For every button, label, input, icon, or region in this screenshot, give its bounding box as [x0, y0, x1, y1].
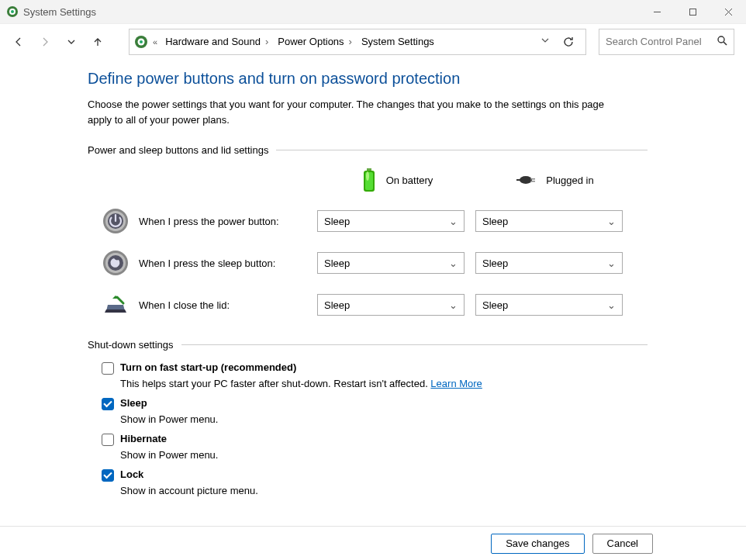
setting-label: When I press the sleep button:: [139, 258, 317, 269]
breadcrumb-power-options[interactable]: Power Options›: [275, 36, 355, 47]
select-value: Sleep: [324, 216, 350, 227]
plug-icon: [515, 173, 538, 187]
select-value: Sleep: [482, 216, 508, 227]
footer-bar: Save changes Cancel: [0, 526, 746, 560]
checkbox-description: Show in Power menu.: [120, 449, 648, 461]
page-heading: Define power buttons and turn on passwor…: [88, 70, 648, 88]
search-icon[interactable]: [717, 35, 727, 48]
setting-row-sleep-button: When I press the sleep button: Sleep⌄ Sl…: [102, 249, 648, 277]
column-on-battery: On battery: [317, 167, 475, 193]
sleep-button-icon: [102, 249, 130, 277]
chevron-down-icon: ⌄: [607, 216, 616, 227]
setting-row-power-button: When I press the power button: Sleep⌄ Sl…: [102, 207, 648, 235]
chevron-down-icon: ⌄: [607, 299, 616, 311]
svg-point-2: [11, 10, 14, 13]
chevron-down-icon: ⌄: [449, 216, 458, 227]
select-value: Sleep: [482, 299, 508, 311]
checkbox-sleep[interactable]: [102, 398, 114, 410]
section-divider: [276, 150, 648, 150]
chevron-right-icon: ›: [265, 36, 268, 47]
breadcrumb-label: Hardware and Sound: [165, 36, 261, 47]
setting-row-close-lid: When I close the lid: Sleep⌄ Sleep⌄: [102, 291, 648, 319]
select-sleep-plugged[interactable]: Sleep⌄: [475, 252, 623, 274]
checkbox-description: Show in account picture menu.: [120, 485, 648, 496]
search-input[interactable]: [606, 36, 713, 47]
laptop-lid-icon: [102, 291, 130, 319]
maximize-button[interactable]: [675, 0, 710, 23]
back-button[interactable]: [8, 31, 29, 53]
svg-rect-3: [689, 9, 696, 15]
refresh-button[interactable]: [556, 29, 581, 54]
search-box[interactable]: [599, 29, 734, 55]
section-title: Power and sleep buttons and lid settings: [88, 144, 276, 156]
learn-more-link[interactable]: Learn More: [430, 378, 482, 389]
column-label: Plugged in: [546, 175, 593, 186]
title-bar: System Settings: [0, 0, 746, 23]
checkbox-hibernate[interactable]: [102, 434, 114, 446]
address-history-button[interactable]: [541, 36, 550, 47]
select-value: Sleep: [482, 258, 508, 269]
svg-rect-8: [367, 168, 371, 171]
up-button[interactable]: [87, 31, 109, 53]
cancel-button[interactable]: Cancel: [592, 534, 653, 554]
checkbox-description: Show in Power menu.: [120, 413, 648, 425]
section-shutdown-header: Shut-down settings: [88, 339, 648, 351]
svg-point-6: [140, 40, 143, 43]
nav-toolbar: « Hardware and Sound› Power Options› Sys…: [0, 23, 746, 59]
forward-button[interactable]: [34, 31, 56, 53]
select-value: Sleep: [324, 258, 350, 269]
checkbox-label: Hibernate: [120, 433, 167, 444]
app-icon: [6, 5, 19, 18]
svg-point-12: [520, 176, 532, 184]
checkbox-row-hibernate: Hibernate: [102, 433, 648, 446]
window-title: System Settings: [23, 6, 96, 18]
column-label: On battery: [386, 175, 433, 186]
chevron-down-icon: ⌄: [607, 258, 616, 269]
chevron-down-icon: ⌄: [449, 258, 458, 269]
checkbox-description: This helps start your PC faster after sh…: [120, 378, 648, 389]
close-button[interactable]: [710, 0, 746, 23]
chevron-right-icon: ›: [349, 36, 352, 47]
select-lid-plugged[interactable]: Sleep⌄: [475, 294, 623, 316]
setting-label: When I press the power button:: [139, 216, 317, 227]
checkbox-row-sleep: Sleep: [102, 397, 648, 410]
select-power-battery[interactable]: Sleep⌄: [317, 210, 465, 232]
svg-point-11: [366, 171, 369, 181]
svg-rect-13: [530, 178, 535, 180]
breadcrumb-system-settings[interactable]: System Settings: [358, 36, 437, 47]
section-divider: [181, 344, 648, 345]
content-area: Define power buttons and turn on passwor…: [0, 59, 648, 496]
minimize-button[interactable]: [639, 0, 675, 23]
setting-label: When I close the lid:: [139, 299, 317, 311]
address-bar[interactable]: « Hardware and Sound› Power Options› Sys…: [129, 29, 586, 55]
checkbox-fast-startup[interactable]: [102, 362, 114, 375]
chevron-down-icon: ⌄: [449, 299, 458, 311]
shutdown-settings-list: Turn on fast start-up (recommended) This…: [102, 361, 648, 496]
section-power-sleep-header: Power and sleep buttons and lid settings: [88, 144, 648, 156]
breadcrumb-label: System Settings: [361, 36, 434, 47]
checkbox-label: Lock: [120, 468, 143, 480]
section-title: Shut-down settings: [88, 339, 181, 351]
select-value: Sleep: [324, 299, 350, 311]
checkbox-row-lock: Lock: [102, 468, 648, 482]
breadcrumb-hardware-sound[interactable]: Hardware and Sound›: [162, 36, 271, 47]
breadcrumb-label: Power Options: [278, 36, 344, 47]
select-lid-battery[interactable]: Sleep⌄: [317, 294, 465, 316]
column-plugged-in: Plugged in: [475, 173, 634, 187]
select-sleep-battery[interactable]: Sleep⌄: [317, 252, 465, 274]
history-chevrons-icon[interactable]: «: [151, 37, 159, 47]
save-changes-button[interactable]: Save changes: [491, 534, 584, 554]
checkbox-label: Sleep: [120, 397, 147, 409]
checkbox-lock[interactable]: [102, 469, 114, 482]
svg-rect-14: [530, 181, 535, 182]
power-button-icon: [102, 207, 130, 235]
column-headers: On battery Plugged in: [102, 167, 648, 193]
recent-locations-button[interactable]: [60, 31, 82, 53]
page-description: Choose the power settings that you want …: [88, 97, 630, 127]
svg-point-7: [718, 36, 724, 43]
battery-icon: [360, 167, 378, 193]
title-bar-left: System Settings: [6, 5, 96, 18]
select-power-plugged[interactable]: Sleep⌄: [475, 210, 623, 232]
control-panel-icon: [134, 35, 148, 49]
window-controls: [639, 0, 746, 23]
